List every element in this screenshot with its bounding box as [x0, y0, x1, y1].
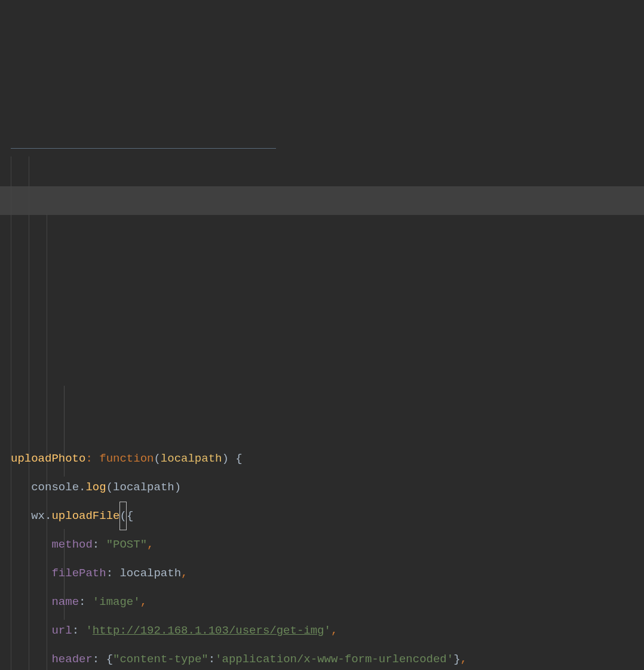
- prop-filepath: filePath: [51, 567, 106, 580]
- code-line[interactable]: url: 'http://192.168.1.103/users/get-img…: [11, 616, 644, 645]
- log-call: log: [85, 481, 106, 494]
- code-line[interactable]: uploadPhoto: function(localpath) {: [11, 444, 644, 473]
- code-line[interactable]: filePath: localpath,: [11, 559, 644, 588]
- keyword-function: function: [99, 452, 154, 465]
- prop-url: url: [51, 624, 72, 637]
- prop-method: method: [51, 538, 92, 551]
- code-line[interactable]: wx.uploadFile({: [11, 502, 644, 530]
- fold-rule: [11, 148, 276, 149]
- current-line-highlight: [0, 186, 644, 215]
- code-line[interactable]: console.log(localpath): [11, 473, 644, 502]
- code-line[interactable]: method: "POST",: [11, 530, 644, 559]
- url-string: http://192.168.1.103/users/get-img: [93, 624, 324, 637]
- cursor: (: [119, 502, 126, 530]
- code-line[interactable]: name: 'image',: [11, 588, 644, 616]
- console-ident: console: [31, 481, 79, 494]
- uploadfile-call: uploadFile: [51, 509, 119, 523]
- code-editor[interactable]: uploadPhoto: function(localpath) { conso…: [0, 115, 644, 670]
- code-block[interactable]: uploadPhoto: function(localpath) { conso…: [11, 444, 644, 670]
- wx-ident: wx: [31, 509, 45, 523]
- function-name: uploadPhoto: [11, 452, 85, 465]
- prop-name: name: [51, 595, 79, 608]
- prop-header: header: [51, 653, 92, 666]
- parameter: localpath: [161, 452, 222, 465]
- code-line[interactable]: header: {"content-type":'application/x-w…: [11, 645, 644, 670]
